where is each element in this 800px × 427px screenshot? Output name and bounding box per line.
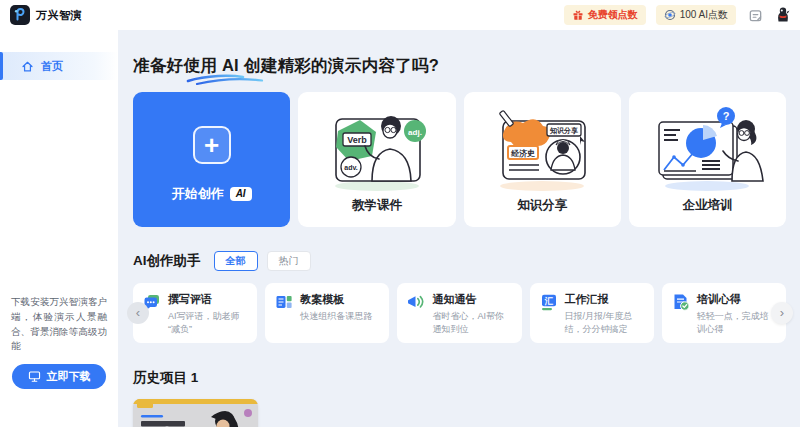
- svg-text:汇: 汇: [543, 296, 553, 306]
- report-icon: 汇: [540, 293, 558, 311]
- megaphone-icon: [407, 293, 425, 311]
- project-slide-preview: ai-bot.cn AI工具集: [133, 399, 258, 427]
- svg-text:?: ?: [723, 110, 730, 122]
- svg-text:知识分享: 知识分享: [549, 126, 578, 135]
- presentory-logo-glyph: [13, 8, 27, 22]
- top-header: 万兴智演 免费领点数 100 AI点数: [0, 0, 800, 30]
- app-logo-icon: [10, 5, 30, 25]
- assistant-card-subtitle: 省时省心，AI帮你通知到位: [432, 310, 512, 336]
- assistant-card-text: 培训心得 轻轻一点，完成培训心得: [697, 292, 777, 336]
- assistant-card-text: 通知通告 省时省心，AI帮你通知到位: [432, 292, 512, 336]
- scenario-card-training-label: 企业培训: [682, 197, 732, 214]
- scenario-cards-row: + 开始创作 AI Verb adj. adv.: [133, 92, 786, 227]
- topbar-actions: 免费领点数 100 AI点数: [564, 5, 792, 25]
- assistant-card-text: 工作汇报 日报/月报/年度总结，分分钟搞定: [565, 292, 645, 336]
- title-highlight: 使用 AI: [183, 56, 239, 74]
- points-coin-icon: [664, 9, 676, 21]
- sidebar-home-label: 首页: [41, 59, 63, 74]
- app-window: 万兴智演 免费领点数 100 AI点数: [0, 0, 800, 427]
- history-project-thumbnail[interactable]: ai-bot.cn AI工具集: [133, 399, 258, 427]
- title-pre: 准备好: [133, 56, 183, 74]
- scenario-card-teaching[interactable]: Verb adj. adv. 教学课件: [298, 92, 455, 227]
- ai-badge: AI: [230, 187, 252, 201]
- assistant-card-announcement[interactable]: 通知通告 省时省心，AI帮你通知到位: [397, 283, 521, 343]
- sidebar-item-home[interactable]: 首页: [0, 52, 118, 80]
- document-check-icon: [672, 293, 690, 311]
- assistant-card-comments[interactable]: 撰写评语 AI写评语，助老师“减负”: [133, 283, 257, 343]
- scroll-left-button[interactable]: ‹: [127, 302, 149, 324]
- assistant-card-subtitle: 日报/月报/年度总结，分分钟搞定: [565, 310, 645, 336]
- assistant-card-title: 培训心得: [697, 292, 777, 307]
- start-create-label: 开始创作: [172, 185, 224, 203]
- feedback-icon[interactable]: [746, 6, 764, 24]
- brand: 万兴智演: [10, 5, 82, 25]
- assistant-section-header: AI创作助手 全部 热门: [133, 251, 786, 271]
- svg-text:Verb: Verb: [347, 135, 367, 145]
- title-post: 创建精彩的演示内容了吗?: [239, 56, 439, 74]
- main-content: 准备好使用 AI 创建精彩的演示内容了吗? + 开始创作 AI: [118, 30, 800, 427]
- title-underline-swoosh: [185, 74, 265, 86]
- knowledge-illustration: 知识分享 经济史: [481, 99, 603, 195]
- assistant-tabs: 全部 热门: [214, 251, 311, 271]
- start-create-label-row: 开始创作 AI: [172, 185, 252, 203]
- chevron-left-icon: ‹: [136, 305, 140, 320]
- app-name: 万兴智演: [36, 8, 82, 23]
- layout-template-icon: [275, 293, 293, 311]
- gift-icon: [572, 9, 584, 21]
- assistant-card-title: 教案模板: [300, 292, 372, 307]
- svg-text:经济史: 经济史: [510, 148, 535, 158]
- assistant-card-training-notes[interactable]: 培训心得 轻轻一点，完成培训心得: [662, 283, 786, 343]
- svg-text:adj.: adj.: [408, 128, 422, 137]
- download-promo-text: 下载安装万兴智演客户端，体验演示人景融合、背景消除等高级功能: [11, 295, 107, 354]
- scenario-card-training[interactable]: ? 企业培训: [629, 92, 786, 227]
- assistant-card-title: 工作汇报: [565, 292, 645, 307]
- assistant-section-title: AI创作助手: [133, 252, 201, 270]
- assistant-cards-row: ‹ 撰写评语 AI写评语，助老师“减负”: [133, 283, 786, 343]
- teaching-illustration: Verb adj. adv.: [316, 99, 438, 195]
- user-avatar[interactable]: [774, 6, 792, 24]
- scenario-card-teaching-label: 教学课件: [352, 197, 402, 214]
- tab-popular[interactable]: 热门: [267, 251, 311, 271]
- chevron-right-icon: ›: [780, 305, 784, 320]
- free-points-badge[interactable]: 免费领点数: [564, 5, 646, 25]
- download-promo: 下载安装万兴智演客户端，体验演示人景融合、背景消除等高级功能 立即下载: [0, 295, 118, 389]
- scenario-card-knowledge[interactable]: 知识分享 经济史 知识分享: [464, 92, 621, 227]
- assistant-card-lesson-template[interactable]: 教案模板 快速组织备课思路: [265, 283, 389, 343]
- free-points-label: 免费领点数: [588, 8, 638, 22]
- assistant-card-subtitle: AI写评语，助老师“减负”: [168, 310, 248, 336]
- assistant-card-subtitle: 轻轻一点，完成培训心得: [697, 310, 777, 336]
- home-icon: [21, 60, 34, 73]
- sidebar: 首页 下载安装万兴智演客户端，体验演示人景融合、背景消除等高级功能 立即下载: [0, 30, 118, 427]
- scenario-card-knowledge-label: 知识分享: [517, 197, 567, 214]
- assistant-card-title: 撰写评语: [168, 292, 248, 307]
- assistant-card-work-report[interactable]: 汇 工作汇报 日报/月报/年度总结，分分钟搞定: [530, 283, 654, 343]
- assistant-card-text: 撰写评语 AI写评语，助老师“减负”: [168, 292, 248, 336]
- scroll-right-button[interactable]: ›: [771, 302, 793, 324]
- history-section-title: 历史项目 1: [133, 369, 786, 387]
- ai-points-badge[interactable]: 100 AI点数: [656, 5, 736, 25]
- download-button-label: 立即下载: [47, 369, 91, 384]
- monitor-download-icon: [28, 370, 41, 383]
- assistant-card-text: 教案模板 快速组织备课思路: [300, 292, 372, 323]
- training-illustration: ?: [646, 99, 768, 195]
- plus-icon: +: [193, 126, 231, 164]
- download-button[interactable]: 立即下载: [12, 364, 106, 389]
- assistant-card-subtitle: 快速组织备课思路: [300, 310, 372, 323]
- page-title: 准备好使用 AI 创建精彩的演示内容了吗?: [133, 55, 786, 77]
- tab-all[interactable]: 全部: [214, 251, 258, 271]
- start-create-card[interactable]: + 开始创作 AI: [133, 92, 290, 227]
- ai-points-label: 100 AI点数: [680, 8, 728, 22]
- assistant-card-title: 通知通告: [432, 292, 512, 307]
- svg-text:adv.: adv.: [344, 164, 358, 171]
